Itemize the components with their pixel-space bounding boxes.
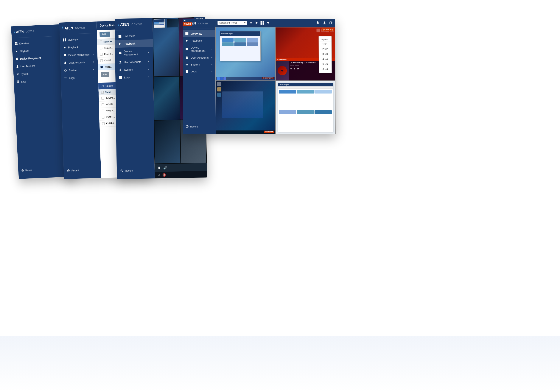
recent-header-checkbox[interactable] (101, 91, 104, 93)
nav-logs-3[interactable]: Logs ▼ (115, 73, 153, 81)
nav-label-logs-2: Logs (69, 76, 75, 80)
svg-rect-22 (64, 77, 67, 77)
nav-logs-4[interactable]: Logs ▼ (183, 68, 215, 75)
mute-button-3[interactable]: 🔇 (162, 173, 166, 177)
header-checkbox[interactable] (100, 40, 102, 43)
recent-name-5: KVMP4... (106, 122, 116, 125)
row-3-name: KN413... (104, 59, 113, 62)
recent-checkbox-4[interactable] (102, 116, 104, 119)
svg-point-35 (120, 69, 121, 70)
recent-name-4: KVMP4... (106, 116, 115, 119)
play-icon-4 (185, 39, 188, 42)
settings-icon-toolbar[interactable] (249, 21, 253, 25)
nav-logs-2[interactable]: Logs ▼ (61, 73, 98, 82)
user-icon-toolbar[interactable] (322, 21, 326, 25)
next-button[interactable]: ⏭ (297, 67, 300, 70)
layout-option-3x3[interactable]: 3 x 3 (319, 51, 331, 57)
add-button[interactable]: Add ▾ (100, 31, 110, 37)
panel-3-nav: Live view Playback Device Mangement ▼ Us… (115, 30, 153, 83)
nav-accounts-2[interactable]: User Accounts ▼ (60, 58, 98, 67)
nav-label-playback-3: Playback (124, 42, 135, 45)
layout-option-6x6[interactable]: 6 x 6 (319, 67, 331, 72)
recent-checkbox-2[interactable] (101, 103, 104, 106)
ccvsr-text-3: CCVSR (131, 23, 142, 26)
nav-label-device-4: Device Mangement (190, 46, 209, 52)
arrow-accounts-4: ▼ (211, 57, 213, 59)
music-disc (278, 66, 287, 75)
edit-button[interactable]: Edit (101, 72, 109, 77)
svg-rect-6 (16, 59, 18, 60)
nav-label-playback-4: Playback (190, 39, 202, 42)
aten-logo-text-1: ATEN (16, 30, 23, 34)
pause-button-3[interactable]: ⏸ (157, 166, 161, 170)
checkbox-row-2[interactable] (100, 53, 102, 56)
nav-playback-3[interactable]: Playback (115, 39, 153, 48)
logout-icon[interactable] (329, 21, 333, 25)
checkbox-row-3[interactable] (100, 59, 103, 62)
recent-checkbox-1[interactable] (101, 97, 104, 100)
file-manager-content (278, 89, 333, 131)
nav-device-4[interactable]: Device Mangement ▼ (183, 44, 215, 54)
nav-accounts-4[interactable]: User Accounts ▼ (183, 54, 215, 61)
svg-marker-31 (119, 42, 121, 45)
filter-icon-toolbar[interactable] (266, 21, 270, 25)
recent-checkbox-3[interactable] (102, 110, 104, 112)
notification-icon[interactable] (316, 21, 320, 25)
svg-rect-58 (263, 23, 264, 25)
nav-label-system-1: System (21, 72, 29, 76)
layout-option-5x5[interactable]: 5 x 5 (319, 62, 331, 67)
nav-system-3[interactable]: System ▼ (115, 66, 153, 74)
gear-icon-4 (186, 63, 189, 66)
play-icon-toolbar[interactable] (255, 21, 259, 25)
video-thumbnail-1 (154, 19, 165, 28)
dialog-close[interactable]: ✕ (257, 32, 259, 35)
nav-system-2[interactable]: System ▼ (61, 66, 98, 74)
arrow-system-2: ▼ (93, 69, 94, 70)
taskbar-1 (216, 77, 275, 80)
volume-button-3[interactable]: 🔊 (163, 166, 167, 170)
dialog-title: File Manager ✕ (220, 31, 260, 36)
arrow-logs-3: ▼ (148, 76, 150, 78)
svg-rect-2 (15, 44, 16, 45)
prev-button[interactable]: ⏮ (290, 67, 292, 70)
nav-playback-4[interactable]: Playback (183, 37, 215, 44)
nav-label-logs-3: Logs (124, 76, 130, 79)
svg-rect-1 (16, 42, 17, 43)
svg-rect-32 (119, 52, 121, 53)
nav-device-3[interactable]: Device Mangement ▼ (115, 47, 153, 59)
nav-system-4[interactable]: System ▼ (183, 61, 215, 68)
aten-logo-slash-2: \ (62, 26, 63, 30)
panel-4-nav: Liveview Playback Device Mangement ▼ Use… (183, 28, 215, 77)
nav-label-logs-4: Logs (191, 70, 197, 73)
svg-rect-19 (64, 55, 66, 56)
nav-accounts-3[interactable]: User Accounts ▼ (115, 58, 153, 66)
recent-label-2: Recent (71, 169, 79, 172)
nav-liveview-3[interactable]: Live view (115, 32, 153, 40)
svg-rect-43 (187, 34, 188, 35)
file-manager-window: File Manager (278, 83, 333, 132)
layout-option-2x2[interactable]: 2 x 2 (319, 47, 331, 51)
panel-4: P CCVSR \ ATEN CCVSR Liveview (183, 19, 336, 134)
refresh-button-3[interactable]: ↺ (158, 173, 160, 177)
gear-icon-1 (16, 73, 19, 76)
gear-icon-3 (119, 68, 122, 71)
svg-rect-37 (119, 77, 122, 78)
nav-liveview-4[interactable]: Liveview (183, 30, 215, 37)
person-icon-3 (119, 61, 122, 64)
port-selector[interactable]: Default (All Ports) ▾ (218, 21, 247, 25)
checkbox-row-1[interactable] (100, 47, 102, 49)
layout-option-1x1[interactable]: 1 x 1 (319, 41, 331, 47)
checkbox-row-4[interactable]: ✓ (100, 66, 103, 68)
layout-option-4x4[interactable]: 4 x 4 (319, 57, 331, 62)
server-icon-4 (185, 48, 188, 50)
play-pause-button[interactable]: ⏸ (294, 67, 296, 70)
recent-label-3: Recent (125, 169, 133, 172)
nav-label-accounts-3: User Accounts (124, 60, 141, 64)
recent-checkbox-5[interactable] (102, 122, 105, 125)
nav-liveview-2[interactable]: Live view (60, 35, 97, 44)
video-thumbnail-2 (167, 19, 178, 27)
grid-icon-toolbar[interactable] (260, 21, 264, 25)
nav-playback-2[interactable]: Playback (60, 43, 97, 51)
nav-device-2[interactable]: Device Mangement ▼ (60, 50, 98, 59)
gear-icon-2 (64, 69, 67, 72)
